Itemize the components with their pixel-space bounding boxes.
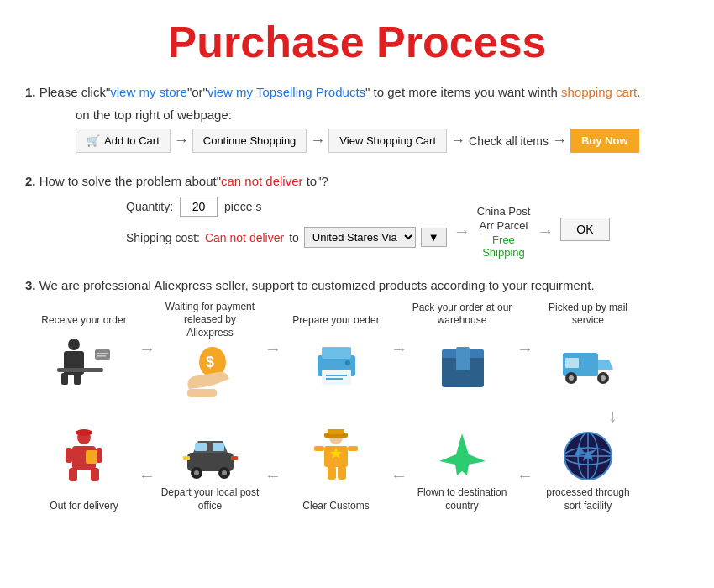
section-2: 2. How to solve the problem about"can no… <box>25 171 689 259</box>
step-pickup-icon <box>557 333 620 391</box>
down-arrow-row: ↓ <box>34 404 647 428</box>
svg-rect-36 <box>69 468 77 481</box>
svg-point-0 <box>68 339 80 350</box>
add-to-cart-button[interactable]: 🛒 Add to Cart <box>76 129 171 153</box>
svg-rect-6 <box>97 353 108 354</box>
piece-label: piece s <box>224 200 261 213</box>
shipping-mid: to <box>289 231 299 244</box>
svg-rect-52 <box>348 446 358 451</box>
svg-rect-3 <box>74 373 81 385</box>
view-cart-button[interactable]: View Shopping Cart <box>328 129 447 153</box>
section3-title: 3. We are professional Aliexpress seller… <box>25 276 689 296</box>
free-shipping-label: FreeShipping <box>482 234 525 259</box>
svg-rect-14 <box>322 370 351 385</box>
step-post-office-icon <box>179 428 242 486</box>
step-payment: Waiting for payment released by Aliexpre… <box>160 301 260 404</box>
svg-rect-33 <box>66 448 72 463</box>
quantity-input[interactable] <box>180 197 218 217</box>
svg-rect-24 <box>565 358 579 368</box>
step-customs-label: Clear Customs <box>302 486 369 513</box>
svg-point-44 <box>222 470 227 475</box>
arrow-r2-3: ← <box>386 428 412 486</box>
shipping-via-select[interactable]: United Stares Via <box>304 227 416 248</box>
dropdown-arrow-button[interactable]: ▼ <box>421 228 447 247</box>
down-arrow: ↓ <box>608 405 617 427</box>
step-receive-icon <box>53 333 116 391</box>
arrow-r2-1: ← <box>134 428 160 486</box>
check-items-label: Check all items <box>469 134 549 148</box>
svg-rect-49 <box>328 429 344 434</box>
process-flow: Receive your order → <box>25 301 689 518</box>
svg-rect-54 <box>328 466 336 480</box>
china-post-label: China Post Arr Parcel <box>477 205 531 234</box>
step-out-delivery: Out for delivery <box>34 428 134 518</box>
svg-rect-15 <box>326 375 347 376</box>
svg-rect-37 <box>91 468 99 481</box>
svg-rect-5 <box>95 349 110 360</box>
step-pack: Pack your order at our warehouse <box>412 301 512 391</box>
section1-text: 1. Please click"view my store"or"view my… <box>25 82 689 102</box>
svg-rect-7 <box>97 355 106 357</box>
svg-rect-45 <box>183 456 190 460</box>
svg-rect-22 <box>463 334 465 344</box>
step-pack-icon <box>431 333 494 391</box>
buy-now-button[interactable]: Buy Now <box>570 129 639 153</box>
step-sort-facility-label: processed through sort facility <box>538 486 638 513</box>
svg-rect-55 <box>338 466 346 480</box>
step-receive-label: Receive your order <box>41 301 126 328</box>
step-out-delivery-label: Out for delivery <box>50 486 118 513</box>
svg-rect-46 <box>231 456 238 460</box>
process-row-2: Out for delivery ← <box>34 428 638 518</box>
step-customs-icon <box>305 428 368 486</box>
step-pickup-label: Picked up by mail service <box>538 301 638 328</box>
svg-point-42 <box>194 470 199 475</box>
section-3: 3. We are professional Aliexpress seller… <box>25 276 689 518</box>
step-customs: Clear Customs <box>286 428 386 518</box>
svg-rect-20 <box>456 347 470 370</box>
svg-rect-31 <box>76 431 92 434</box>
svg-rect-4 <box>57 368 103 372</box>
shopping-cart-link[interactable]: shopping cart <box>561 85 637 99</box>
shipping-row: Shipping cost: Can not deliver to United… <box>126 227 447 248</box>
arrow-ok: → <box>537 197 554 241</box>
china-post-info: China Post Arr Parcel FreeShipping <box>477 197 531 259</box>
section-1: 1. Please click"view my store"or"view my… <box>25 82 689 153</box>
step-post-office: Depart your local post office <box>160 428 260 518</box>
arrow-shipping: → <box>454 197 470 241</box>
quantity-label: Quantity: <box>126 200 173 213</box>
view-topselling-link[interactable]: view my Topselling Products <box>207 85 365 99</box>
continue-shopping-button[interactable]: Continue Shopping <box>192 129 307 153</box>
quantity-row: Quantity: piece s <box>126 197 447 217</box>
svg-point-17 <box>345 360 350 365</box>
arrow-r1-4: → <box>512 301 538 359</box>
ok-button[interactable]: OK <box>560 218 609 241</box>
svg-rect-13 <box>322 347 351 359</box>
svg-point-26 <box>569 375 574 381</box>
svg-rect-39 <box>195 443 207 451</box>
step1-sublabel: on the top right of webpage: <box>76 108 689 122</box>
section2-title: 2. How to solve the problem about"can no… <box>25 171 689 192</box>
step-prepare-label: Prepare your oeder <box>292 301 379 328</box>
step-prepare-icon <box>305 333 368 391</box>
step-pickup: Picked up by mail service <box>538 301 638 391</box>
shipping-error: Can not deliver <box>205 231 284 244</box>
arrow-r1-2: → <box>260 301 286 359</box>
step-sort-facility-icon <box>557 428 620 486</box>
step-airplane-label: Flown to destination country <box>412 486 512 513</box>
arrow-r2-4: ← <box>512 428 538 486</box>
process-row-1: Receive your order → <box>34 301 638 404</box>
step-receive-order: Receive your order <box>34 301 134 391</box>
svg-rect-35 <box>86 450 97 464</box>
svg-rect-2 <box>61 373 68 385</box>
arrow-r1-3: → <box>386 301 412 359</box>
svg-point-28 <box>601 375 606 381</box>
arrow-4: → <box>552 132 567 150</box>
step-airplane: Flown to destination country <box>412 428 512 518</box>
step-payment-icon: $ <box>179 345 242 404</box>
purchase-flow: 🛒 Add to Cart → Continue Shopping → View… <box>76 129 689 153</box>
step-pack-label: Pack your order at our warehouse <box>412 301 512 328</box>
svg-text:$: $ <box>206 354 214 370</box>
svg-rect-40 <box>213 443 224 451</box>
view-store-link[interactable]: view my store <box>110 85 187 99</box>
svg-rect-16 <box>326 378 343 380</box>
